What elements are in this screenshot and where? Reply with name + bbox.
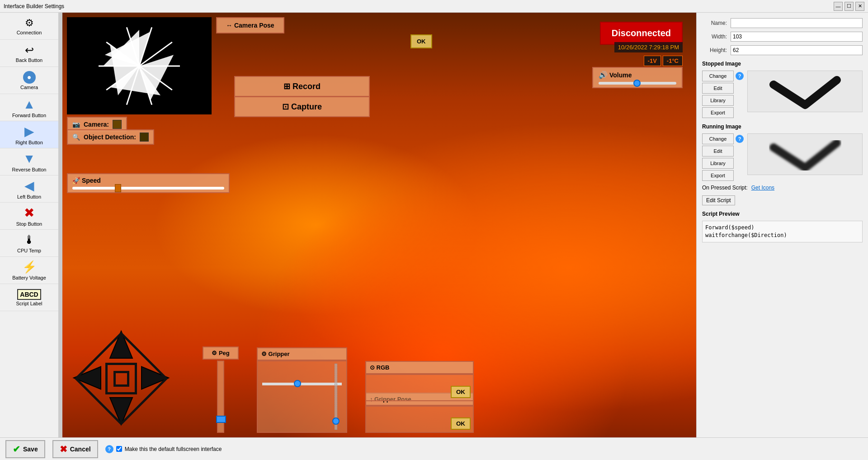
camera-icon: ● [23, 71, 36, 84]
gripper-title[interactable]: ⚙ Gripper [257, 347, 347, 360]
get-icons-link[interactable]: Get Icons [751, 185, 774, 191]
running-export-button[interactable]: Export [702, 170, 734, 181]
gripper-pose-ok-button[interactable]: OK [451, 417, 471, 430]
cancel-button[interactable]: ✖ Cancel [52, 440, 98, 458]
camera-pose-ok-button[interactable]: OK [410, 34, 432, 48]
gripper-pose-input[interactable]: OK [365, 406, 474, 433]
dpad-right-arrow[interactable] [139, 365, 171, 393]
running-change-button[interactable]: Change [702, 133, 734, 144]
cpu-temp-icon: 🌡 [24, 233, 35, 247]
volume-slider-thumb[interactable] [633, 80, 641, 87]
width-input[interactable] [731, 32, 863, 42]
edit-script-button[interactable]: Edit Script [702, 195, 735, 205]
script-preview-box: Forward($speed) waitforchange($Direction… [702, 221, 863, 242]
peg-track[interactable] [217, 360, 224, 433]
sidebar-label-cpu-temp: CPU Temp [17, 248, 41, 253]
stopped-image-section: Change ? Edit Library Export [702, 71, 863, 118]
running-library-button[interactable]: Library [702, 158, 734, 169]
sidebar-label-stop: Stop Button [16, 221, 42, 227]
sidebar-item-connection[interactable]: ⚙ Connection [0, 13, 58, 40]
minimize-button[interactable]: — [834, 2, 843, 11]
stopped-export-button[interactable]: Export [702, 107, 734, 118]
gripper-area[interactable] [257, 360, 347, 433]
rgb-ok-button[interactable]: OK [451, 386, 471, 398]
camera-color-swatch[interactable] [113, 120, 122, 129]
running-info-icon[interactable]: ? [736, 135, 744, 143]
default-interface-checkbox[interactable] [116, 446, 122, 452]
sidebar-item-cpu-temp[interactable]: 🌡 CPU Temp [0, 230, 58, 257]
width-row: Width: [702, 32, 863, 42]
stopped-edit-button[interactable]: Edit [702, 83, 734, 94]
title-bar: Interface Builder Settings — ☐ ✕ [0, 0, 868, 13]
stopped-change-button[interactable]: Change [702, 71, 734, 81]
maximize-button[interactable]: ☐ [844, 2, 854, 11]
svg-marker-13 [142, 367, 169, 389]
od-color-swatch[interactable] [140, 133, 149, 142]
rgb-title[interactable]: ⊙ RGB [365, 361, 474, 374]
right-panel: Name: Width: Height: Stopped Image Chang… [696, 13, 868, 437]
peg-widget: ⚙ Peg [203, 346, 239, 433]
temp-celsius: -1°C [663, 56, 683, 66]
bottom-bar: ✔ Save ✖ Cancel ? Make this the default … [0, 437, 868, 460]
dpad-center-square [113, 371, 129, 387]
sidebar-scrollbar[interactable] [59, 13, 62, 437]
dpad-down-arrow[interactable] [108, 395, 135, 428]
bottom-info-icon[interactable]: ? [105, 445, 113, 453]
on-pressed-row: On Pressed Script: Get Icons [702, 185, 863, 191]
dpad-left-arrow[interactable] [71, 365, 103, 393]
volume-title: 🔊 Volume [599, 71, 676, 79]
script-preview-title: Script Preview [702, 211, 863, 217]
dpad-up-arrow[interactable] [108, 329, 135, 362]
svg-marker-11 [110, 398, 132, 425]
speed-slider-track[interactable] [72, 187, 224, 190]
running-image-section: Change ? Edit Library Export [702, 133, 863, 181]
record-button[interactable]: ⊞ Record [234, 76, 370, 97]
temp-voltage: -1V [644, 56, 661, 66]
sidebar-item-stop[interactable]: ✖ Stop Button [0, 203, 58, 230]
speed-slider-thumb[interactable] [115, 184, 121, 192]
svg-marker-12 [74, 367, 101, 389]
sidebar-label-connection: Connection [17, 30, 42, 35]
sidebar-item-forward[interactable]: ▲ Forward Button [0, 94, 58, 121]
sidebar-item-camera[interactable]: ● Camera [0, 67, 58, 94]
title-bar-buttons: — ☐ ✕ [834, 2, 864, 11]
gripper-h-track[interactable] [262, 383, 342, 385]
gripper-h-thumb[interactable] [294, 380, 301, 387]
save-button[interactable]: ✔ Save [5, 440, 45, 458]
sidebar-item-script-label[interactable]: ABCD Script Label [0, 284, 58, 311]
cancel-icon: ✖ [60, 444, 67, 455]
peg-thumb[interactable] [216, 416, 226, 423]
name-row: Name: [702, 18, 863, 28]
volume-slider-track[interactable] [599, 82, 676, 85]
height-input[interactable] [731, 45, 863, 55]
gripper-v-thumb[interactable] [332, 417, 340, 425]
sidebar: ⚙ Connection ↩ Back Button ● Camera ▲ Fo… [0, 13, 59, 437]
on-pressed-label: On Pressed Script: [702, 185, 748, 191]
sidebar-item-left[interactable]: ◀ Left Button [0, 175, 58, 203]
sidebar-item-right[interactable]: ▶ Right Button [0, 121, 58, 148]
rgb-input-area[interactable]: OK [365, 374, 474, 401]
name-label: Name: [702, 20, 727, 26]
gripper-v-track[interactable] [335, 364, 337, 430]
stopped-image-title: Stopped Image [702, 61, 863, 67]
running-edit-button[interactable]: Edit [702, 146, 734, 156]
close-button[interactable]: ✕ [855, 2, 864, 11]
main-content: ⚙ Connection ↩ Back Button ● Camera ▲ Fo… [0, 13, 868, 437]
stopped-library-button[interactable]: Library [702, 95, 734, 106]
sidebar-label-right: Right Button [15, 140, 43, 145]
peg-title[interactable]: ⚙ Peg [203, 346, 239, 360]
canvas-area[interactable]: ↔ Camera Pose OK Disconnected 10/26/2022… [62, 13, 696, 437]
sidebar-item-back-button[interactable]: ↩ Back Button [0, 40, 58, 67]
disconnected-button[interactable]: Disconnected [600, 22, 683, 45]
dpad-center[interactable] [105, 363, 137, 394]
sidebar-item-reverse[interactable]: ▼ Reverse Button [0, 148, 58, 175]
camera-preview [67, 17, 212, 114]
sidebar-item-battery[interactable]: ⚡ Battery Voltage [0, 257, 58, 284]
running-image-buttons: Change ? Edit Library Export [702, 133, 744, 181]
stopped-info-icon[interactable]: ? [736, 72, 744, 80]
name-input[interactable] [731, 18, 863, 28]
running-image-preview [747, 133, 863, 175]
camera-pose-button[interactable]: ↔ Camera Pose [216, 17, 284, 33]
capture-button[interactable]: ⊡ Capture [234, 96, 370, 117]
height-row: Height: [702, 45, 863, 55]
